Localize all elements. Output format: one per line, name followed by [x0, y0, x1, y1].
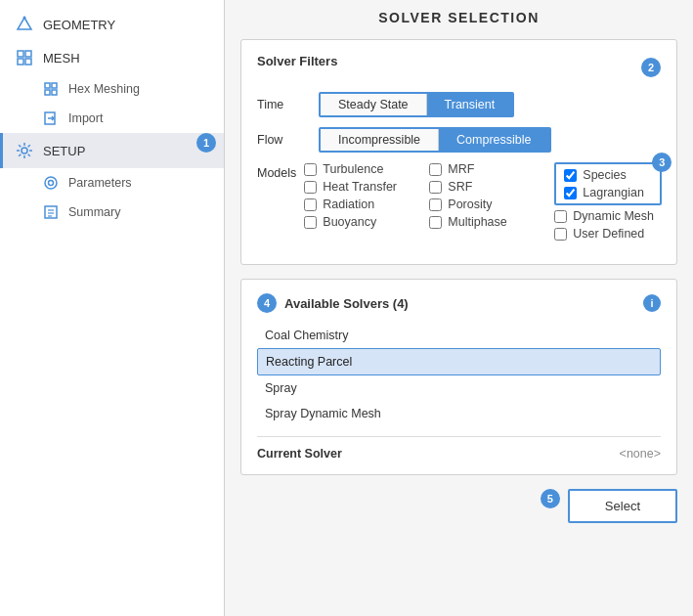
lagrangian-checkbox[interactable] [564, 187, 577, 199]
sidebar-item-summary[interactable]: Summary [0, 198, 224, 227]
sidebar-item-summary-label: Summary [68, 205, 120, 219]
multiphase-label: Multiphase [448, 215, 506, 229]
svg-point-13 [49, 181, 54, 186]
radiation-checkbox[interactable] [304, 198, 317, 211]
sidebar-item-mesh-label: MESH [43, 51, 80, 66]
species-model[interactable]: Species [564, 168, 652, 182]
solvers-title-row: 4 Available Solvers (4) [257, 293, 409, 313]
info-icon[interactable]: i [643, 294, 661, 312]
multiphase-checkbox[interactable] [429, 216, 442, 229]
sidebar-item-hex-meshing[interactable]: Hex Meshing [0, 74, 224, 104]
user-defined-model[interactable]: User Defined [554, 227, 662, 241]
solver-filters-title: Solver Filters [257, 54, 337, 68]
multiphase-model[interactable]: Multiphase [429, 215, 546, 229]
porosity-checkbox[interactable] [429, 198, 442, 211]
turbulence-label: Turbulence [323, 162, 383, 176]
main-content: SOLVER SELECTION Solver Filters 2 Time S… [225, 0, 693, 616]
dynamic-mesh-checkbox[interactable] [554, 210, 567, 223]
solver-spray[interactable]: Spray [257, 375, 661, 401]
sidebar-item-import[interactable]: Import [0, 104, 224, 133]
time-filter-label: Time [257, 98, 311, 111]
sidebar-item-parameters[interactable]: Parameters [0, 168, 224, 198]
buoyancy-checkbox[interactable] [304, 216, 317, 229]
available-solvers-card: 4 Available Solvers (4) i Coal Chemistry… [240, 279, 677, 475]
user-defined-checkbox[interactable] [554, 228, 567, 241]
setup-badge: 1 [196, 133, 216, 153]
parameters-icon [43, 175, 59, 191]
sidebar-item-import-label: Import [68, 111, 103, 125]
lagrangian-label: Lagrangian [583, 186, 644, 199]
available-solvers-title: Available Solvers (4) [284, 296, 409, 311]
setup-icon [16, 142, 33, 159]
porosity-model[interactable]: Porosity [429, 198, 546, 211]
current-solver-value: <none> [620, 447, 661, 461]
transient-button[interactable]: Transient [426, 94, 513, 115]
page-title: SOLVER SELECTION [240, 10, 677, 25]
flow-filter-label: Flow [257, 133, 311, 147]
sidebar-item-hex-meshing-label: Hex Meshing [68, 82, 140, 96]
solvers-header: 4 Available Solvers (4) i [257, 293, 661, 313]
compressible-button[interactable]: Compressible [438, 129, 548, 151]
models-filter-label: Models [257, 162, 296, 180]
flow-filter-group: Incompressible Compressible [319, 127, 551, 153]
mrf-model[interactable]: MRF [429, 162, 546, 176]
select-button-container: 5 Select [240, 489, 677, 523]
srf-checkbox[interactable] [429, 181, 442, 194]
heat-transfer-label: Heat Transfer [323, 180, 397, 194]
sidebar-item-geometry[interactable]: GEOMETRY [0, 8, 224, 41]
solver-filters-card: Solver Filters 2 Time Steady State Trans… [240, 39, 677, 265]
models-col-3: Species Lagrangian 3 Dynamic Mesh [554, 162, 662, 241]
mrf-checkbox[interactable] [429, 163, 442, 176]
models-col-1: Turbulence Heat Transfer Radiation Buoya… [304, 162, 421, 229]
models-badge-container: 3 [652, 153, 671, 172]
models-filter-row: Models Turbulence Heat Transfer Radiatio… [257, 162, 661, 241]
summary-icon [43, 204, 59, 220]
turbulence-model[interactable]: Turbulence [304, 162, 421, 176]
radiation-model[interactable]: Radiation [304, 198, 421, 211]
species-label: Species [583, 168, 626, 182]
svg-point-0 [23, 17, 26, 20]
models-highlight-box: Species Lagrangian [554, 162, 662, 205]
solvers-badge: 4 [257, 293, 277, 313]
import-icon [43, 110, 59, 126]
species-checkbox[interactable] [564, 169, 577, 182]
heat-transfer-model[interactable]: Heat Transfer [304, 180, 421, 194]
incompressible-button[interactable]: Incompressible [321, 129, 438, 151]
svg-point-11 [22, 148, 27, 154]
lagrangian-model[interactable]: Lagrangian [564, 186, 652, 199]
user-defined-label: User Defined [573, 227, 644, 241]
srf-model[interactable]: SRF [429, 180, 546, 194]
porosity-label: Porosity [448, 198, 492, 211]
steady-state-button[interactable]: Steady State [321, 94, 426, 115]
solver-spray-dynamic-mesh[interactable]: Spray Dynamic Mesh [257, 401, 661, 426]
srf-label: SRF [448, 180, 472, 194]
geometry-icon [16, 16, 33, 33]
dynamic-mesh-model[interactable]: Dynamic Mesh [554, 209, 662, 223]
svg-rect-1 [18, 51, 23, 57]
heat-transfer-checkbox[interactable] [304, 181, 317, 194]
solver-coal-chemistry[interactable]: Coal Chemistry [257, 323, 661, 348]
svg-point-12 [45, 177, 57, 189]
current-solver-row: Current Solver <none> [257, 436, 661, 461]
models-badge: 3 [652, 153, 671, 172]
select-badge: 5 [541, 489, 560, 508]
solver-filters-badge: 2 [641, 58, 661, 77]
current-solver-label: Current Solver [257, 447, 342, 461]
buoyancy-label: Buoyancy [323, 215, 376, 229]
sidebar-item-setup[interactable]: SETUP 1 [0, 133, 224, 168]
time-filter-row: Time Steady State Transient [257, 92, 661, 117]
sidebar-item-mesh[interactable]: MESH [0, 41, 224, 74]
radiation-label: Radiation [323, 198, 374, 211]
dynamic-mesh-label: Dynamic Mesh [573, 209, 654, 223]
sidebar: GEOMETRY MESH Hex Meshing [0, 0, 225, 616]
buoyancy-model[interactable]: Buoyancy [304, 215, 421, 229]
sidebar-item-geometry-label: GEOMETRY [43, 18, 115, 32]
hex-meshing-icon [43, 81, 59, 97]
svg-rect-8 [52, 90, 57, 95]
svg-rect-7 [45, 90, 50, 95]
turbulence-checkbox[interactable] [304, 163, 317, 176]
svg-rect-6 [52, 83, 57, 88]
solver-reacting-parcel[interactable]: Reacting Parcel [257, 348, 661, 375]
mrf-label: MRF [448, 162, 474, 176]
select-button[interactable]: Select [568, 489, 677, 523]
